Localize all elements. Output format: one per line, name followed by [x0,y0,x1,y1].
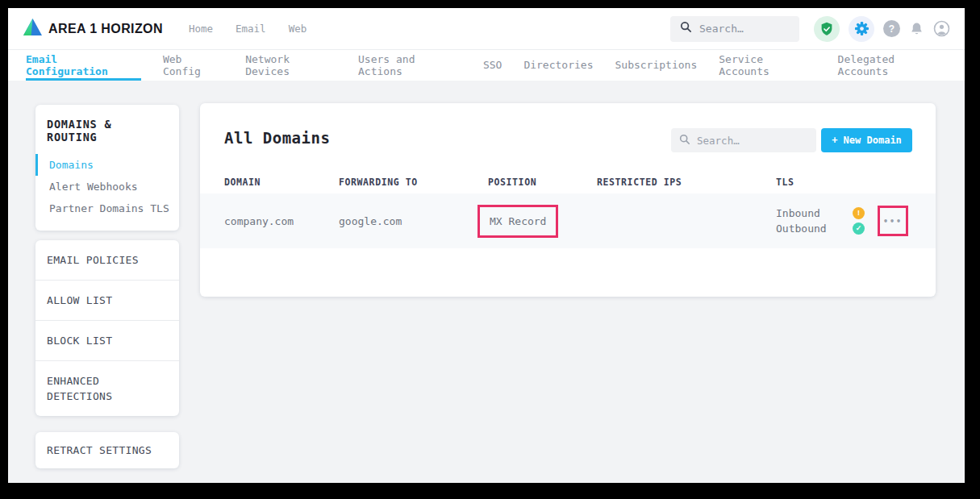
account-icon[interactable] [933,20,950,37]
cell-domain: company.com [224,215,339,227]
tab-service-accounts[interactable]: Service Accounts [719,50,815,81]
col-header-restricted-ips: RESTRICTED IPS [597,177,776,188]
content-area: DOMAINS & ROUTING Domains Alert Webhooks… [8,81,965,483]
sidebar-policy-sections: EMAIL POLICIES ALLOW LIST BLOCK LIST ENH… [35,240,179,416]
tab-delegated-accounts[interactable]: Delegated Accounts [838,50,947,81]
sidebar-item-retract-settings[interactable]: RETRACT SETTINGS [35,432,179,468]
all-domains-panel: All Domains + New Domain DOMAIN FORWARDI… [200,103,936,297]
domains-search-input[interactable] [697,135,808,147]
top-link-home[interactable]: Home [189,23,213,35]
tab-users-and-actions[interactable]: Users and Actions [358,50,461,81]
sidebar-retract-settings-card: RETRACT SETTINGS [35,432,179,468]
gear-icon[interactable] [849,16,874,42]
position-value: MX Record [490,215,546,227]
brand-name: AREA 1 HORIZON [48,22,163,36]
tab-web-config[interactable]: Web Config [163,50,223,81]
brand-logo[interactable]: AREA 1 HORIZON [23,18,163,40]
annotation-box-actions: ••• [878,206,908,236]
search-icon [679,133,690,148]
tab-directories[interactable]: Directories [523,50,593,81]
tab-sso[interactable]: SSO [483,50,502,81]
new-domain-button[interactable]: + New Domain [821,128,912,152]
top-link-email[interactable]: Email [236,23,266,35]
table-header-row: DOMAIN FORWARDING TO POSITION RESTRICTED… [200,171,936,193]
annotation-box-position: MX Record [477,205,558,238]
tls-inbound-label: Inbound [776,206,820,221]
sidebar-item-label: ENHANCED DETECTIONS [47,373,153,404]
table-row[interactable]: company.com google.com MX Record Inbound… [200,193,936,248]
sidebar-group-title: DOMAINS & ROUTING [35,118,179,143]
sidebar-item-domains[interactable]: Domains [35,154,179,176]
col-header-domain: DOMAIN [224,177,339,188]
sidebar-item-alert-webhooks[interactable]: Alert Webhooks [35,176,179,198]
help-icon[interactable]: ? [883,20,900,37]
col-header-tls: TLS [776,177,878,188]
top-links: Home Email Web [189,23,307,35]
sidebar-item-partner-domains-tls[interactable]: Partner Domains TLS [35,198,179,219]
cell-forwarding-to: google.com [339,215,488,227]
cell-tls: Inbound ! Outbound ✓ [776,206,878,236]
sidebar-item-label: EMAIL POLICIES [47,252,139,268]
global-search-input[interactable] [699,23,790,35]
secondary-nav: Email Configuration Web Config Network D… [8,50,965,81]
shield-check-icon[interactable] [814,16,840,42]
area1-triangle-icon [23,18,43,40]
topbar-icons: ? [814,16,950,42]
sidebar-item-block-list[interactable]: BLOCK LIST [35,321,179,361]
sidebar-item-label: ALLOW LIST [47,293,112,308]
sidebar-domains-routing: DOMAINS & ROUTING Domains Alert Webhooks… [35,105,179,231]
tab-network-devices[interactable]: Network Devices [245,50,336,81]
global-search[interactable] [670,16,799,42]
cell-position: MX Record [488,205,597,238]
domains-search[interactable] [671,128,816,152]
sidebar-item-enhanced-detections[interactable]: ENHANCED DETECTIONS [35,361,179,416]
sidebar-item-email-policies[interactable]: EMAIL POLICIES [35,240,179,281]
bell-icon[interactable] [909,21,924,37]
tls-outbound-line: Outbound ✓ [776,221,865,236]
check-icon: ✓ [853,222,865,235]
tab-email-configuration[interactable]: Email Configuration [26,50,141,81]
page-title: All Domains [224,129,330,147]
tls-inbound-line: Inbound ! [776,206,865,221]
sidebar-item-label: BLOCK LIST [47,333,112,348]
warning-icon: ! [853,207,865,219]
top-link-web[interactable]: Web [289,23,307,35]
tab-subscriptions[interactable]: Subscriptions [615,50,697,81]
top-navbar: AREA 1 HORIZON Home Email Web [8,8,965,50]
tls-outbound-label: Outbound [776,221,827,236]
sidebar-item-allow-list[interactable]: ALLOW LIST [35,281,179,321]
search-icon [680,21,692,36]
col-header-position: POSITION [488,177,597,188]
app-window: AREA 1 HORIZON Home Email Web [8,8,965,483]
col-header-forwarding-to: FORWARDING TO [339,177,488,188]
cell-actions: ••• [878,206,936,236]
ellipsis-icon[interactable]: ••• [883,217,903,226]
